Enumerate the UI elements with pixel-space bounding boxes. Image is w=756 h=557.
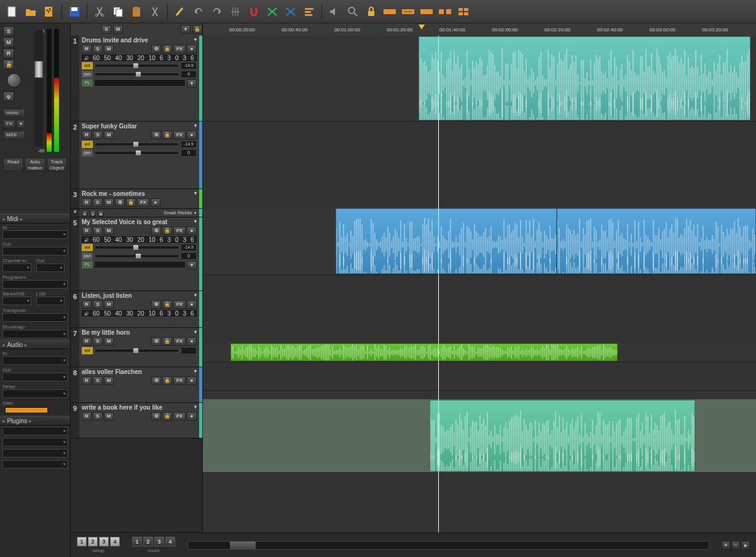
mute-button[interactable]: M xyxy=(3,37,14,47)
midi-field[interactable]: ▾ xyxy=(2,263,31,272)
track-header-9[interactable]: 9write a book here if you like▾RSM⚙🔒FX● xyxy=(71,403,202,438)
gain-slider[interactable] xyxy=(5,407,48,413)
setup-btn-3[interactable]: 3 xyxy=(99,537,109,547)
zoom-btn-4[interactable]: 4 xyxy=(165,537,175,547)
redo-icon[interactable] xyxy=(210,4,224,19)
track-lane-1[interactable] xyxy=(203,36,756,122)
track-lane-4[interactable] xyxy=(203,382,756,391)
mixer-tab-0[interactable]: Read xyxy=(3,158,23,171)
master-solo[interactable]: S xyxy=(101,25,111,34)
paste-icon[interactable] xyxy=(129,4,144,19)
pan-slider[interactable] xyxy=(95,72,179,76)
track-btn-S[interactable]: S xyxy=(93,131,103,139)
record-button[interactable]: R xyxy=(3,49,14,58)
midi-field[interactable]: ▾ xyxy=(2,230,68,239)
zoom-btn-2[interactable]: 2 xyxy=(143,537,153,547)
vol-slider[interactable] xyxy=(95,246,179,249)
track-btn-S[interactable]: S xyxy=(93,412,103,421)
track-btn-R[interactable]: R xyxy=(82,300,92,309)
track-lane-2[interactable] xyxy=(203,208,756,275)
audio-clip[interactable] xyxy=(430,400,695,472)
align-icon[interactable] xyxy=(302,4,317,19)
track-btn-M[interactable]: M xyxy=(104,300,114,309)
audio-clip[interactable] xyxy=(419,36,750,120)
zoom-fit[interactable]: ▸ xyxy=(741,541,750,550)
solo-button[interactable]: S xyxy=(3,26,14,36)
zoom-out-h[interactable]: − xyxy=(731,541,740,550)
track-btn-S[interactable]: S xyxy=(93,45,103,53)
phase-button[interactable]: φ xyxy=(3,92,14,101)
plugin-slot[interactable]: ▾ xyxy=(2,460,68,469)
volume-fader[interactable] xyxy=(34,30,43,147)
plugin-slot[interactable]: ▾ xyxy=(2,427,68,435)
pan-slider[interactable] xyxy=(95,151,179,155)
track-btn-S[interactable]: S xyxy=(93,300,103,309)
setup-btn-4[interactable]: 4 xyxy=(110,537,120,547)
plugins-section-header[interactable]: ≈Plugins ≈ xyxy=(0,416,70,426)
setup-btn-1[interactable]: 1 xyxy=(77,537,87,547)
master-mute[interactable]: M xyxy=(113,25,123,34)
snap-icon[interactable] xyxy=(246,4,261,19)
audio-clip[interactable] xyxy=(557,208,756,274)
marker-icon[interactable] xyxy=(173,4,187,19)
track-btn-M[interactable]: M xyxy=(104,131,114,139)
ruler-dropdown[interactable]: ▾ xyxy=(181,25,191,34)
track-btn-M[interactable]: M xyxy=(104,412,114,421)
midi-button[interactable]: MIDI xyxy=(3,131,25,139)
audio-field[interactable]: ▾ xyxy=(2,373,68,381)
track-lane-3[interactable] xyxy=(203,343,756,362)
audio-section-header[interactable]: ≈Audio ≈ xyxy=(0,340,70,349)
midi-field[interactable]: ▾ xyxy=(2,280,68,289)
track-btn-M[interactable]: M xyxy=(104,337,114,346)
clip-cut-icon[interactable] xyxy=(148,4,162,19)
mixer-tab-1[interactable]: Automation xyxy=(25,158,45,171)
midi-field[interactable]: ▾ xyxy=(36,297,65,305)
ruler-lock[interactable]: 🔓 xyxy=(192,25,202,34)
track-header-7[interactable]: 7Be my little horn▾RSM⚙🔒FX●vol xyxy=(71,328,202,367)
track-header-3[interactable]: 3Rock me - sometimes▾RSM⚙🔒FX● xyxy=(71,189,202,209)
track-btn-S[interactable]: S xyxy=(93,227,103,235)
bar2-icon[interactable] xyxy=(401,4,415,19)
fx-button[interactable]: FX xyxy=(3,120,15,128)
bricks-icon[interactable] xyxy=(456,4,471,19)
horizontal-scrollbar[interactable] xyxy=(187,541,709,550)
zoom-in-h[interactable]: + xyxy=(722,541,730,550)
audio-file-icon[interactable] xyxy=(42,4,57,19)
zoom-btn-1[interactable]: 1 xyxy=(132,537,142,547)
midi-field[interactable]: ▾ xyxy=(2,247,68,255)
track-btn-M[interactable]: M xyxy=(104,227,114,235)
audio-clip[interactable] xyxy=(230,343,618,361)
bar4-icon[interactable] xyxy=(438,4,452,19)
track-header-4[interactable]: 4RSMSmall Riiddle▾ xyxy=(71,209,202,217)
bar1-icon[interactable] xyxy=(382,4,397,19)
zoom-btn-3[interactable]: 3 xyxy=(154,537,164,547)
setup-btn-2[interactable]: 2 xyxy=(88,537,98,547)
vol-slider[interactable] xyxy=(95,64,179,68)
crossfade-icon[interactable] xyxy=(265,4,280,19)
playhead[interactable] xyxy=(438,36,439,532)
time-ruler[interactable]: 00:00:20:0000:00:40:0000:01:00:0000:01:2… xyxy=(203,23,756,36)
speaker-icon[interactable] xyxy=(327,4,342,19)
cut-icon[interactable] xyxy=(92,4,107,19)
vol-slider[interactable] xyxy=(95,142,179,146)
open-folder-icon[interactable] xyxy=(23,4,38,19)
midi-field[interactable]: ▾ xyxy=(2,297,31,305)
undo-icon[interactable] xyxy=(191,4,206,19)
track-lane-5[interactable] xyxy=(203,399,756,473)
track-btn-S[interactable]: S xyxy=(93,337,103,346)
marker-icon[interactable] xyxy=(419,25,425,32)
track-btn-R[interactable]: R xyxy=(82,412,92,421)
new-file-icon[interactable] xyxy=(5,4,20,19)
plugin-slot[interactable]: ▾ xyxy=(2,438,68,446)
mixer-tab-2[interactable]: TrackObject xyxy=(47,158,67,171)
track-header-8[interactable]: 8alles voller Flaechen▾RSM⚙🔒FX● xyxy=(71,367,202,403)
midi-section-header[interactable]: ≈Midi ≈ xyxy=(0,214,70,224)
track-btn-R[interactable]: R xyxy=(82,131,92,139)
crossfade2-icon[interactable] xyxy=(283,4,298,19)
mono-button[interactable]: mono xyxy=(3,109,25,117)
audio-clip[interactable] xyxy=(336,208,557,274)
lock-button[interactable]: 🔒 xyxy=(3,60,14,69)
fx-dropdown[interactable]: ▾ xyxy=(17,120,25,128)
audio-field[interactable]: ▾ xyxy=(2,389,68,398)
plugin-slot[interactable]: ▾ xyxy=(2,449,68,458)
